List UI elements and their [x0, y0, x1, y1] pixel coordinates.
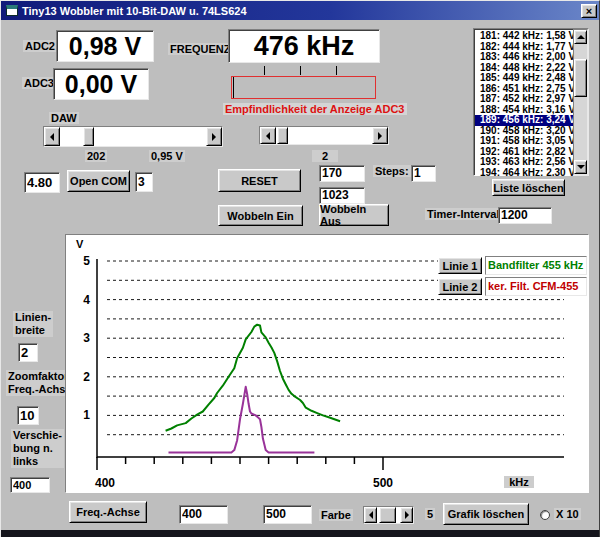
wobbeln-ein-button[interactable]: Wobbeln Ein	[218, 205, 303, 226]
list-item[interactable]: 193: 463 kHz: 2,56 V	[475, 157, 573, 168]
com-rate-field-wrap	[24, 172, 60, 193]
adc3-display: 0,00 V	[53, 68, 149, 100]
steps-field[interactable]	[411, 165, 436, 182]
timer-interval-label: Timer-Interval	[425, 208, 502, 220]
chart-y-axis-title: V	[74, 238, 85, 250]
list-item[interactable]: 194: 464 kHz: 2,30 V	[475, 168, 573, 177]
verschiebung-field-wrap	[10, 475, 50, 491]
list-item[interactable]: 187: 452 kHz: 2,97 V	[475, 94, 573, 105]
daw-scroll-thumb[interactable]	[83, 127, 94, 146]
svg-text:3: 3	[83, 331, 90, 345]
zoomfaktor-field-wrap	[17, 406, 39, 425]
zoomfaktor-field[interactable]	[17, 406, 39, 425]
farbe-scroll-left-arrow[interactable]	[364, 507, 377, 523]
chart-panel: 12345400500 V Linie 1 Bandfilter 455 kHz…	[65, 234, 589, 493]
gauge-tick	[264, 66, 265, 75]
linie1-button[interactable]: Linie 1	[438, 257, 482, 274]
adc3-sensitivity-gauge	[231, 76, 376, 99]
x-min-field[interactable]	[179, 505, 228, 524]
daw-count: 202	[85, 150, 107, 162]
sweep-end-field-wrap	[319, 185, 365, 202]
sensitivity-scroll-left-arrow[interactable]	[260, 127, 276, 144]
list-scroll-thumb[interactable]	[574, 59, 587, 97]
left-arrow-icon	[369, 511, 373, 519]
svg-text:5: 5	[83, 254, 90, 268]
list-scroll-up-arrow[interactable]	[574, 30, 587, 44]
open-com-button[interactable]: Open COM	[67, 170, 130, 192]
up-arrow-icon	[577, 35, 585, 39]
grafik-loeschen-button[interactable]: Grafik löschen	[443, 503, 529, 525]
svg-text:4: 4	[83, 293, 90, 307]
sensitivity-scrollbar[interactable]	[259, 126, 389, 145]
right-arrow-icon	[212, 133, 216, 141]
liste-loeschen-button[interactable]: Liste löschen	[492, 179, 565, 196]
adc2-display: 0,98 V	[56, 30, 154, 62]
svg-text:500: 500	[373, 476, 393, 490]
verschiebung-label: Verschie- bung n. links	[11, 429, 64, 468]
sensitivity-caption: Empfindlichkeit der Anzeige ADC3	[223, 103, 407, 115]
daw-scroll-left-arrow[interactable]	[44, 127, 60, 146]
gauge-needle	[233, 77, 234, 98]
com-rate-field[interactable]	[24, 172, 60, 193]
daw-scrollbar[interactable]	[43, 126, 223, 147]
list-item[interactable]: 181: 442 kHz: 1,58 V	[475, 31, 573, 42]
frequenz-label: FREQUENZ	[168, 43, 233, 55]
sensitivity-level: 2	[312, 150, 338, 162]
app-window: Tiny13 Wobbler mit 10-Bit-DAW u. 74LS624…	[0, 0, 600, 537]
left-arrow-icon	[266, 132, 270, 140]
steps-field-wrap	[411, 163, 436, 180]
gauge-tick	[336, 66, 337, 75]
list-scroll-down-arrow[interactable]	[574, 160, 587, 174]
title-bar[interactable]: Tiny13 Wobbler mit 10-Bit-DAW u. 74LS624…	[1, 1, 600, 20]
list-item[interactable]: 183: 446 kHz: 2,00 V	[475, 52, 573, 63]
x-max-field[interactable]	[263, 505, 312, 524]
daw-label: DAW	[49, 112, 79, 124]
svg-text:1: 1	[83, 408, 90, 422]
frequenz-display: 476 kHz	[228, 29, 380, 63]
wobbeln-aus-button[interactable]: Wobbeln Aus	[319, 204, 389, 226]
down-arrow-icon	[577, 165, 585, 169]
gauge-tick	[300, 66, 301, 75]
x10-radio[interactable]	[540, 510, 550, 520]
list-item[interactable]: 189: 456 kHz: 3,24 V	[475, 115, 573, 126]
steps-label: Steps:	[373, 165, 411, 177]
right-arrow-icon	[405, 511, 409, 519]
daw-scroll-right-arrow[interactable]	[206, 127, 222, 146]
verschiebung-field[interactable]	[10, 477, 50, 493]
linienbreite-field-wrap	[18, 343, 38, 362]
linie1-legend-label: Bandfilter 455 kHz	[485, 256, 587, 275]
com-port-field-wrap	[135, 172, 153, 192]
linie2-button[interactable]: Linie 2	[438, 278, 482, 295]
com-port-field[interactable]	[135, 172, 153, 192]
list-item[interactable]: 191: 458 kHz: 3,05 V	[475, 136, 573, 147]
app-icon	[6, 5, 18, 16]
window-title: Tiny13 Wobbler mit 10-Bit-DAW u. 74LS624	[22, 5, 247, 17]
measurement-list-items[interactable]: 181: 442 kHz: 1,58 V182: 444 kHz: 1,77 V…	[475, 30, 573, 176]
linienbreite-field[interactable]	[18, 343, 38, 362]
sensitivity-scroll-right-arrow[interactable]	[372, 127, 388, 144]
reset-button[interactable]: RESET	[218, 169, 301, 192]
farbe-scrollbar[interactable]	[363, 506, 414, 524]
list-scrollbar[interactable]	[573, 29, 588, 175]
sensitivity-scroll-thumb[interactable]	[277, 127, 288, 144]
sweep-end-field[interactable]	[319, 187, 365, 204]
svg-text:2: 2	[83, 370, 90, 384]
x10-label: X 10	[554, 508, 581, 520]
linie2-legend-label: ker. Filt. CFM-455	[485, 277, 587, 296]
timer-interval-field-wrap	[498, 205, 552, 222]
zoomfaktor-label: Zoomfaktor Freq.-Achse	[6, 370, 74, 396]
farbe-scroll-thumb[interactable]	[379, 507, 396, 523]
farbe-scroll-right-arrow[interactable]	[400, 507, 413, 523]
farbe-label: Farbe	[319, 509, 353, 521]
close-icon[interactable]: ×	[581, 4, 597, 18]
farbe-value: 5	[425, 508, 435, 520]
sweep-start-field[interactable]	[319, 165, 365, 182]
x-max-field-wrap	[263, 504, 312, 523]
list-item[interactable]: 185: 449 kHz: 2,48 V	[475, 73, 573, 84]
right-arrow-icon	[378, 132, 382, 140]
daw-voltage: 0,95 V	[149, 150, 185, 162]
measurement-list[interactable]: 181: 442 kHz: 1,58 V182: 444 kHz: 1,77 V…	[473, 28, 589, 176]
adc2-label: ADC2	[23, 40, 57, 52]
timer-interval-field[interactable]	[498, 207, 552, 224]
freq-achse-button[interactable]: Freq.-Achse	[69, 501, 147, 523]
